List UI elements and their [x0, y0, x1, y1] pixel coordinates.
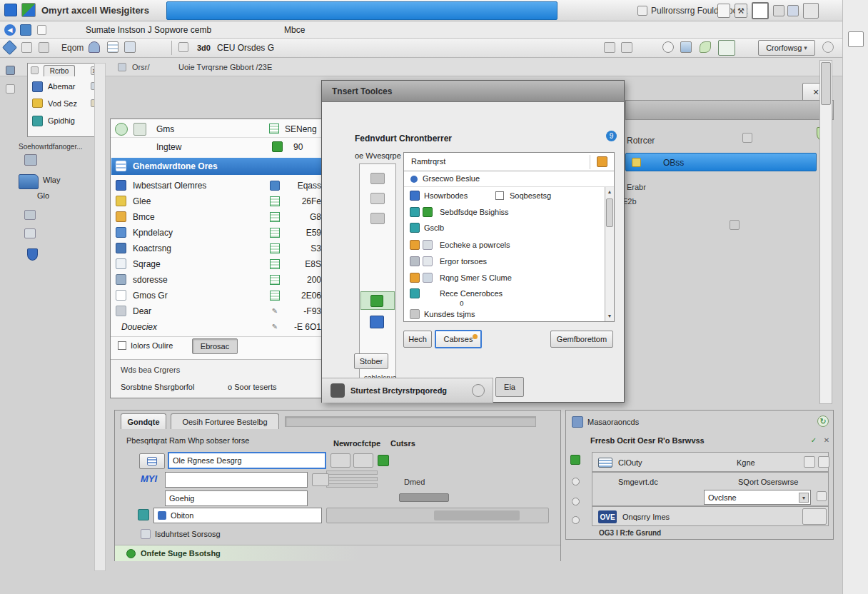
right-scrollbar[interactable] — [819, 60, 832, 404]
menu-text-2[interactable]: Mbce — [284, 25, 305, 35]
table-row[interactable]: Gmos Gr 2E06 — [111, 288, 324, 303]
text-field-1[interactable] — [165, 472, 308, 488]
tab-gondqte[interactable]: Gondqte — [121, 413, 166, 429]
ovclsne-combo[interactable]: Ovclsne ▾ — [704, 490, 811, 505]
cross-icon[interactable]: ✕ — [822, 435, 832, 445]
ebrosac-button[interactable]: Ebrosac — [192, 338, 238, 354]
accounts-header-row[interactable]: Gms SENeng — [111, 121, 325, 138]
macro-row-3[interactable]: OVE Onqsrry Imes — [592, 506, 829, 526]
grid-icon[interactable] — [787, 5, 799, 16]
shape-icon-2[interactable] — [370, 193, 385, 204]
selected-account-row[interactable]: Ghemdwrdtone Ores — [111, 158, 324, 175]
menu-text[interactable]: Sumate Instson J Sopwore cemb — [86, 25, 211, 35]
plant-toggle-icon[interactable] — [718, 40, 735, 56]
macro-row-1[interactable]: ClOuty Kgne — [592, 452, 829, 472]
list-item[interactable]: Eocheke a powrcels — [404, 238, 604, 253]
clock-icon[interactable] — [662, 41, 674, 53]
shortcut-glo[interactable]: Glo — [37, 191, 49, 200]
bookmark-icon[interactable] — [20, 24, 31, 36]
combo-arrow-icon[interactable]: ▾ — [799, 493, 809, 503]
shape-icon-3[interactable] — [370, 213, 385, 224]
list-item[interactable]: Ergor torsoes — [404, 254, 604, 270]
table-row[interactable]: Kpndelacy E59 — [111, 225, 324, 241]
page-icon[interactable] — [37, 25, 46, 35]
back-icon[interactable]: ◀ — [4, 24, 16, 36]
layout-icon[interactable] — [124, 41, 136, 53]
list-item[interactable]: Sebdfsdqe Bsighiss — [404, 205, 604, 221]
panel-icon[interactable] — [773, 5, 784, 16]
refresh-icon[interactable]: ↻ — [817, 416, 829, 427]
blue-square-icon[interactable] — [370, 316, 384, 328]
strip-selected-row[interactable] — [360, 291, 395, 310]
screen-icon[interactable] — [803, 3, 819, 19]
person-icon[interactable] — [89, 41, 100, 53]
row-action-box[interactable] — [802, 508, 827, 525]
tray-icon[interactable] — [24, 210, 36, 220]
accounts-subheader-row[interactable]: Ingtew 90 — [111, 139, 325, 156]
gemfborettom-button[interactable]: Gemfborettom — [550, 331, 613, 348]
disk-icon[interactable] — [24, 228, 36, 238]
status-circle-icon[interactable] — [472, 384, 485, 397]
gray-box-2[interactable] — [353, 453, 373, 468]
radio-icon-1[interactable] — [572, 478, 580, 485]
leaf-icon[interactable] — [700, 41, 711, 53]
module-icon[interactable] — [24, 154, 37, 166]
table-row[interactable]: Sqrage E8S — [111, 256, 324, 272]
filter-icon[interactable] — [621, 42, 632, 53]
window-layout-icon[interactable] — [752, 2, 769, 19]
list-item[interactable]: Rece Cenerobces o — [404, 286, 604, 302]
table-row[interactable]: Bmce G8 — [111, 209, 324, 225]
iolors-checkbox[interactable] — [118, 341, 126, 350]
sort-icon[interactable] — [604, 42, 615, 53]
cabrses-button[interactable]: Cabrses — [435, 330, 482, 348]
anchor-icon[interactable] — [730, 220, 740, 230]
gray-box-1[interactable] — [330, 453, 350, 468]
manager-label[interactable]: Soehowrtdfanoger... — [19, 143, 83, 151]
scroll-up-icon[interactable]: ▲ — [605, 187, 614, 196]
text-field-3[interactable]: Obiton — [153, 508, 322, 523]
pin-icon[interactable] — [31, 66, 39, 74]
refresh-green-icon[interactable] — [115, 123, 128, 136]
item-checkbox[interactable] — [495, 191, 504, 200]
list-item[interactable]: Hsowrbodes Soqbesetsg — [404, 188, 604, 204]
right-selected-bar[interactable]: OBss — [625, 153, 817, 171]
scroll-down-icon[interactable]: ▼ — [605, 311, 614, 320]
sidebar-scroll-strip[interactable] — [94, 63, 106, 571]
print-icon[interactable] — [39, 42, 49, 53]
tools-icon[interactable]: ⚒ — [735, 4, 747, 18]
table-row[interactable]: Dear ✎ -F93 — [111, 303, 324, 319]
list-scrollbar[interactable]: ▲ ▼ — [605, 187, 614, 321]
sidebar-item-abemar[interactable]: Abemar — [29, 79, 91, 95]
sidebar-tab[interactable]: Rcrbo — [44, 65, 75, 76]
copy-icon[interactable] — [21, 42, 32, 53]
eia-tab[interactable]: Eia — [495, 377, 524, 397]
table-row[interactable]: Doueciex ✎ -E 6O1 — [111, 319, 324, 335]
dialog-titlebar[interactable]: Tnsert Toolces — [322, 81, 624, 102]
orders-label[interactable]: CEU Orsdes G — [217, 43, 274, 53]
sidebar-item-vod-sez[interactable]: Vod Sez — [29, 96, 91, 112]
stats-icon[interactable] — [680, 41, 692, 53]
row-box-2[interactable] — [818, 456, 829, 468]
highlighted-field[interactable]: Ole Rgnese Desgrg — [168, 452, 326, 469]
grid-tool-button[interactable] — [139, 453, 165, 469]
stober-button[interactable]: Stober — [354, 353, 388, 369]
folder-blue-icon[interactable] — [19, 174, 39, 189]
gray-box-3[interactable] — [312, 473, 329, 486]
table-icon[interactable] — [107, 41, 118, 53]
shortcut-wlay[interactable]: Wlay — [43, 176, 60, 184]
gem-icon[interactable] — [2, 40, 17, 55]
tab-oesih[interactable]: Oesih Forturee Bestelbg — [171, 413, 279, 429]
shield-icon[interactable] — [27, 248, 38, 261]
check-icon[interactable]: ✓ — [809, 435, 819, 445]
macro-row-2[interactable]: Smgevrt.dc SQort Oserswrse Ovclsne ▾ — [592, 472, 829, 506]
radio-icon-3[interactable] — [572, 516, 580, 524]
small-gray-icon[interactable] — [742, 133, 752, 143]
shape-icon-1[interactable] — [370, 173, 385, 184]
list-item[interactable]: Kunsdes tsjms — [404, 307, 604, 323]
list-icon[interactable] — [178, 42, 188, 52]
hech-button[interactable]: Hech — [403, 331, 432, 348]
document-icon[interactable] — [717, 4, 730, 18]
row-box-1[interactable] — [804, 456, 815, 468]
help-icon[interactable] — [822, 41, 834, 53]
crorfowsg-dropdown[interactable]: Crorfowsg ▾ — [758, 40, 815, 56]
